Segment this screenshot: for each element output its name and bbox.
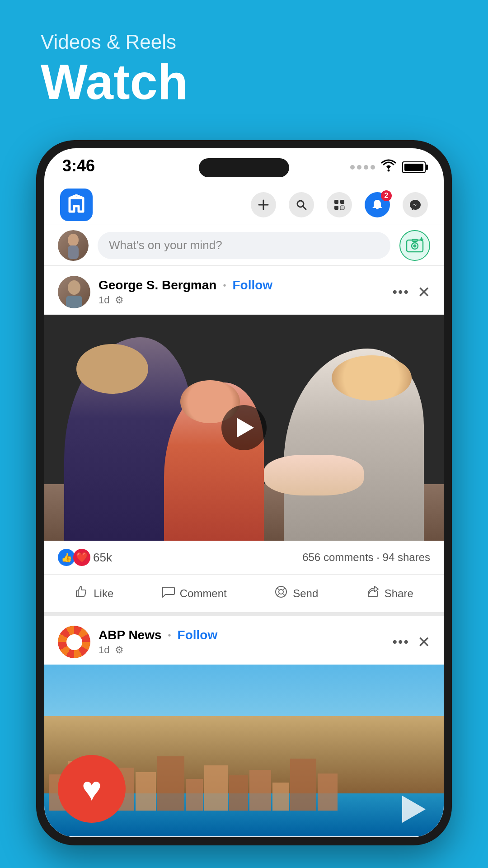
status-icons: [350, 159, 426, 175]
app-navbar: 2: [44, 184, 444, 225]
post-close-button-1[interactable]: ✕: [418, 283, 430, 301]
comment-icon: [161, 585, 175, 602]
nav-icons: 2: [251, 192, 428, 217]
grid-button[interactable]: [327, 192, 352, 217]
follow-button-2[interactable]: Follow: [178, 628, 218, 642]
battery-icon: [402, 161, 426, 173]
post-input[interactable]: What's on your mind?: [98, 232, 390, 259]
post-bar: What's on your mind?: [44, 225, 444, 266]
heart-reaction-overlay: ♥: [58, 755, 126, 823]
post-meta-2: ABP News • Follow 1d ⚙: [99, 628, 384, 656]
post-settings-icon-1[interactable]: ⚙: [115, 294, 124, 306]
post-avatar-1: [58, 276, 90, 308]
post-author-row-1: George S. Bergman • Follow: [99, 278, 384, 292]
status-time: 3:46: [62, 156, 95, 175]
post-close-button-2[interactable]: ✕: [418, 633, 430, 651]
svg-rect-18: [66, 296, 82, 308]
follow-button-1[interactable]: Follow: [232, 278, 272, 292]
video-thumbnail-2[interactable]: ♥: [44, 665, 444, 836]
heart-icon: ♥: [82, 769, 102, 808]
notification-button[interactable]: 2: [365, 192, 390, 217]
add-photo-button[interactable]: [399, 230, 430, 261]
doll-item: [264, 455, 364, 495]
search-button[interactable]: [289, 192, 314, 217]
reaction-bar-1: 👍 ❤️ 65k 656 comments · 94 shares: [44, 541, 444, 575]
dynamic-island: [199, 158, 289, 177]
svg-line-4: [303, 206, 306, 209]
post-header-2: ABP News • Follow 1d ⚙ ••• ✕: [44, 616, 444, 665]
messenger-button[interactable]: [403, 192, 428, 217]
svg-point-17: [68, 280, 80, 295]
svg-point-13: [413, 244, 417, 247]
comments-shares-1: 656 comments · 94 shares: [302, 551, 430, 564]
post-card-1: George S. Bergman • Follow 1d ⚙ ••• ✕: [44, 266, 444, 616]
send-label-1: Send: [293, 587, 318, 600]
share-icon: [366, 585, 380, 602]
post-header-actions-2: ••• ✕: [392, 633, 430, 651]
like-label-1: Like: [94, 587, 113, 600]
post-time-row-2: 1d ⚙: [99, 644, 384, 656]
page-header: Videos & Reels Watch: [41, 31, 188, 107]
post-time-2: 1d: [99, 644, 109, 656]
send-button-1[interactable]: Send: [265, 578, 327, 609]
wifi-icon: [380, 159, 397, 175]
page-title: Watch: [41, 57, 188, 107]
play-button-1[interactable]: [221, 405, 267, 450]
notification-badge: 2: [381, 190, 392, 201]
share-label-1: Share: [385, 587, 413, 600]
post-meta-1: George S. Bergman • Follow 1d ⚙: [99, 278, 384, 306]
comment-label-1: Comment: [180, 587, 227, 600]
post-time-1: 1d: [99, 294, 109, 306]
post-author-name-1: George S. Bergman: [99, 278, 216, 292]
video-thumbnail-1[interactable]: [44, 315, 444, 541]
post-card-2: ABP News • Follow 1d ⚙ ••• ✕: [44, 616, 444, 836]
post-more-button-1[interactable]: •••: [392, 284, 409, 300]
action-buttons-1: Like Comment: [44, 575, 444, 616]
love-reaction-icon: ❤️: [73, 549, 90, 566]
like-icon: [75, 585, 89, 602]
reaction-count-1: 65k: [93, 551, 112, 565]
post-header-1: George S. Bergman • Follow 1d ⚙ ••• ✕: [44, 266, 444, 315]
svg-rect-6: [340, 200, 344, 204]
svg-rect-7: [334, 206, 338, 210]
svg-point-0: [388, 170, 390, 172]
phone-frame: 3:46: [36, 140, 452, 845]
post-avatar-2: [58, 626, 90, 658]
post-time-row-1: 1d ⚙: [99, 294, 384, 306]
post-header-actions-1: ••• ✕: [392, 283, 430, 301]
post-author-row-2: ABP News • Follow: [99, 628, 384, 642]
add-button[interactable]: [251, 192, 276, 217]
svg-rect-8: [340, 206, 344, 210]
svg-point-19: [276, 586, 286, 597]
feed-content: George S. Bergman • Follow 1d ⚙ ••• ✕: [44, 266, 444, 837]
svg-rect-10: [68, 245, 79, 259]
like-reaction-icon: 👍: [58, 549, 75, 566]
signal-icon: [350, 165, 375, 170]
post-settings-icon-2[interactable]: ⚙: [115, 644, 124, 656]
post-more-button-2[interactable]: •••: [392, 634, 409, 650]
share-button-1[interactable]: Share: [357, 578, 422, 609]
svg-point-9: [68, 234, 79, 246]
send-icon: [274, 585, 288, 602]
app-logo[interactable]: [60, 189, 93, 221]
phone-screen: 3:46: [44, 148, 444, 837]
svg-rect-5: [334, 200, 338, 204]
comment-button-1[interactable]: Comment: [152, 578, 236, 609]
play-button-2[interactable]: [402, 796, 426, 823]
page-subtitle: Videos & Reels: [41, 31, 188, 53]
user-avatar: [58, 230, 89, 261]
post-author-name-2: ABP News: [99, 628, 162, 642]
like-button-1[interactable]: Like: [66, 578, 122, 609]
